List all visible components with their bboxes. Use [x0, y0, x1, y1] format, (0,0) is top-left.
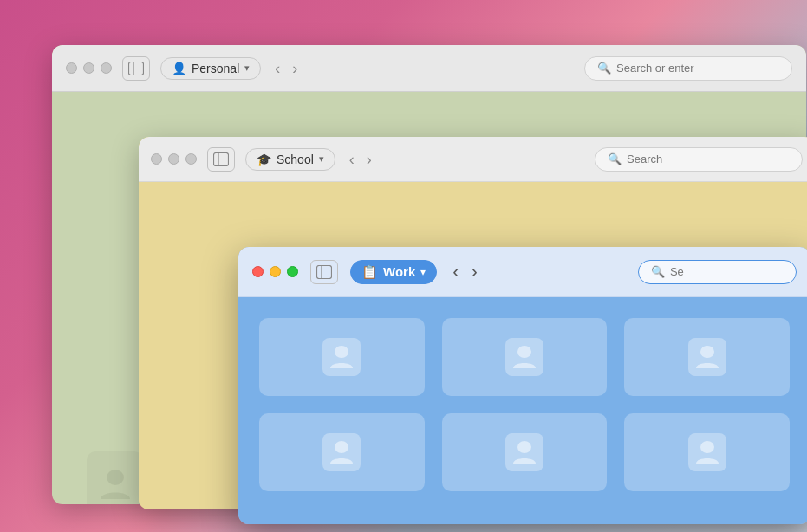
- titlebar-school: 🎓 School ▾ ‹ › 🔍: [139, 137, 807, 182]
- window-work: 📋 Work ▾ ‹ › 🔍: [238, 247, 807, 524]
- nav-back-personal[interactable]: ‹: [271, 59, 283, 78]
- svg-rect-11: [517, 441, 531, 453]
- contact-card-4[interactable]: [259, 413, 425, 491]
- person-icon: 👤: [172, 62, 186, 75]
- search-icon-work: 🔍: [651, 265, 665, 279]
- chevron-down-icon-school: ▾: [319, 153, 324, 165]
- nav-forward-school[interactable]: ›: [363, 150, 375, 169]
- contact-card-1[interactable]: [259, 318, 425, 396]
- nav-arrows-personal: ‹ ›: [271, 59, 301, 78]
- contact-avatar-4: [322, 433, 361, 471]
- contacts-grid-work: [238, 297, 807, 524]
- contacts-icon: 📋: [361, 264, 378, 280]
- search-box-personal[interactable]: 🔍: [584, 56, 792, 81]
- svg-rect-2: [107, 470, 124, 485]
- search-box-work[interactable]: 🔍: [638, 260, 797, 284]
- svg-rect-0: [129, 62, 144, 75]
- maximize-button-school[interactable]: [185, 153, 197, 165]
- traffic-lights-school: [151, 153, 197, 165]
- profile-selector-school[interactable]: 🎓 School ▾: [245, 148, 335, 171]
- close-button-work[interactable]: [252, 266, 264, 277]
- contact-avatar-3: [688, 338, 726, 376]
- svg-rect-5: [317, 265, 332, 278]
- profile-name-school: School: [277, 152, 314, 166]
- contact-card-5[interactable]: [442, 413, 608, 491]
- contact-avatar-2: [505, 338, 543, 376]
- profile-selector-personal[interactable]: 👤 Personal ▾: [160, 57, 261, 80]
- traffic-lights-personal: [66, 62, 112, 74]
- svg-rect-8: [517, 346, 531, 358]
- nav-back-school[interactable]: ‹: [346, 150, 358, 169]
- contact-card-6[interactable]: [624, 413, 790, 491]
- close-button-personal[interactable]: [66, 62, 77, 74]
- search-box-school[interactable]: 🔍: [595, 147, 803, 172]
- titlebar-personal: 👤 Personal ▾ ‹ › 🔍: [52, 45, 806, 92]
- minimize-button-school[interactable]: [168, 153, 179, 165]
- graduation-icon: 🎓: [257, 152, 271, 166]
- minimize-button-work[interactable]: [270, 266, 281, 277]
- profile-name-work: Work: [383, 264, 415, 279]
- maximize-button-personal[interactable]: [101, 62, 112, 74]
- search-icon-school: 🔍: [608, 152, 622, 166]
- search-input-personal[interactable]: [616, 62, 779, 75]
- svg-rect-12: [700, 441, 714, 453]
- nav-back-work[interactable]: ‹: [449, 261, 462, 283]
- close-button-school[interactable]: [151, 153, 162, 165]
- traffic-lights-work: [252, 266, 298, 277]
- nav-arrows-work: ‹ ›: [449, 261, 481, 283]
- sidebar-toggle-school[interactable]: [207, 147, 235, 172]
- ghost-contact-personal: [87, 451, 143, 504]
- sidebar-toggle-personal[interactable]: [122, 56, 150, 81]
- profile-selector-work[interactable]: 📋 Work ▾: [350, 260, 437, 284]
- search-input-school[interactable]: [627, 152, 790, 165]
- svg-rect-10: [335, 441, 348, 453]
- contact-avatar-1: [322, 338, 361, 376]
- maximize-button-work[interactable]: [287, 266, 298, 277]
- search-icon-personal: 🔍: [597, 62, 611, 75]
- sidebar-toggle-work[interactable]: [310, 260, 338, 284]
- svg-rect-7: [335, 346, 348, 358]
- chevron-down-icon: ▾: [244, 62, 250, 74]
- contact-avatar-6: [688, 433, 726, 471]
- nav-forward-work[interactable]: ›: [468, 261, 481, 283]
- profile-name-personal: Personal: [192, 62, 239, 75]
- svg-rect-9: [700, 346, 714, 358]
- svg-rect-3: [214, 152, 229, 165]
- titlebar-work: 📋 Work ▾ ‹ › 🔍: [238, 247, 807, 297]
- contact-card-3[interactable]: [624, 318, 790, 396]
- chevron-down-icon-work: ▾: [420, 266, 426, 278]
- work-content: [238, 297, 807, 524]
- nav-arrows-school: ‹ ›: [346, 150, 375, 169]
- search-input-work[interactable]: [670, 265, 696, 278]
- contact-avatar-5: [505, 433, 543, 471]
- contact-card-2[interactable]: [442, 318, 608, 396]
- minimize-button-personal[interactable]: [83, 62, 94, 74]
- nav-forward-personal[interactable]: ›: [289, 59, 301, 78]
